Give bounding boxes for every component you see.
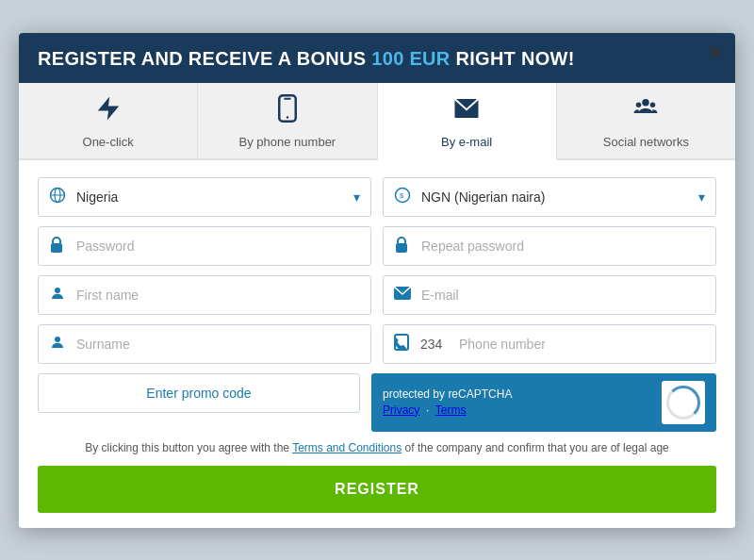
terms-link[interactable]: Terms and Conditions	[292, 441, 402, 454]
recaptcha-links: Privacy · Terms	[383, 403, 512, 419]
recaptcha-box: protected by reCAPTCHA Privacy · Terms	[371, 373, 716, 432]
svg-point-2	[287, 116, 289, 119]
recaptcha-label: protected by reCAPTCHA	[383, 387, 512, 403]
tab-one-click-label: One-click	[83, 135, 134, 149]
email-input[interactable]	[383, 275, 716, 315]
recaptcha-logo	[662, 381, 705, 424]
tab-by-email[interactable]: By e-mail	[378, 83, 557, 160]
header-text-start: REGISTER AND RECEIVE A BONUS	[38, 48, 371, 69]
email-group	[383, 275, 716, 315]
currency-select[interactable]: NGN (Nigerian naira)	[383, 177, 716, 217]
row-passwords	[38, 226, 716, 266]
row-name-email	[38, 275, 716, 315]
people-icon	[631, 94, 660, 129]
recaptcha-text: protected by reCAPTCHA Privacy · Terms	[383, 387, 512, 419]
repeat-password-input[interactable]	[383, 226, 716, 266]
tab-social[interactable]: Social networks	[557, 83, 735, 158]
tab-by-email-label: By e-mail	[441, 135, 492, 149]
header-bonus: 100 EUR	[371, 48, 450, 69]
header-text-end: RIGHT NOW!	[451, 48, 575, 69]
surname-input[interactable]	[38, 324, 371, 364]
terms-row: By clicking this button you agree with t…	[38, 441, 716, 454]
tab-by-phone[interactable]: By phone number	[198, 83, 377, 158]
terms-text-start: By clicking this button you agree with t…	[85, 441, 292, 454]
register-button[interactable]: REGISTER	[38, 466, 716, 513]
phone-group: 234	[383, 324, 716, 364]
row-promo-captcha: protected by reCAPTCHA Privacy · Terms	[38, 373, 716, 432]
repeat-password-group	[383, 226, 716, 266]
password-input[interactable]	[38, 226, 371, 266]
modal-overlay: ✕ REGISTER AND RECEIVE A BONUS 100 EUR R…	[0, 0, 754, 560]
tab-bar: One-click By phone number By e-mail	[19, 83, 735, 160]
first-name-input[interactable]	[38, 275, 371, 315]
recaptcha-spinner	[666, 386, 700, 420]
country-group: Nigeria ▾	[38, 177, 371, 217]
first-name-group	[38, 275, 371, 315]
row-country-currency: Nigeria ▾ $ NGN (Nigerian naira) ▾	[38, 177, 716, 217]
row-surname-phone: 234	[38, 324, 716, 364]
country-select[interactable]: Nigeria	[38, 177, 371, 217]
email-icon	[452, 94, 481, 129]
tab-social-label: Social networks	[603, 135, 689, 149]
currency-group: $ NGN (Nigerian naira) ▾	[383, 177, 716, 217]
terms-text-end: of the company and confirm that you are …	[402, 441, 669, 454]
promo-input[interactable]	[38, 373, 360, 413]
phone-input[interactable]	[383, 324, 716, 364]
password-group	[38, 226, 371, 266]
promo-group	[38, 373, 360, 432]
recaptcha-privacy-link[interactable]: Privacy	[383, 404, 419, 417]
svg-rect-1	[284, 97, 291, 99]
svg-point-4	[636, 102, 642, 107]
surname-group	[38, 324, 371, 364]
close-button[interactable]: ✕	[708, 42, 722, 63]
tab-by-phone-label: By phone number	[239, 135, 336, 149]
svg-point-5	[650, 102, 656, 107]
modal: ✕ REGISTER AND RECEIVE A BONUS 100 EUR R…	[19, 33, 735, 528]
recaptcha-terms-link[interactable]: Terms	[435, 404, 467, 417]
phone-icon	[273, 94, 302, 129]
modal-body: Nigeria ▾ $ NGN (Nigerian naira) ▾	[19, 160, 735, 528]
bolt-icon	[94, 94, 123, 129]
svg-point-3	[643, 99, 650, 107]
modal-header: REGISTER AND RECEIVE A BONUS 100 EUR RIG…	[19, 33, 735, 83]
tab-one-click[interactable]: One-click	[19, 83, 198, 158]
